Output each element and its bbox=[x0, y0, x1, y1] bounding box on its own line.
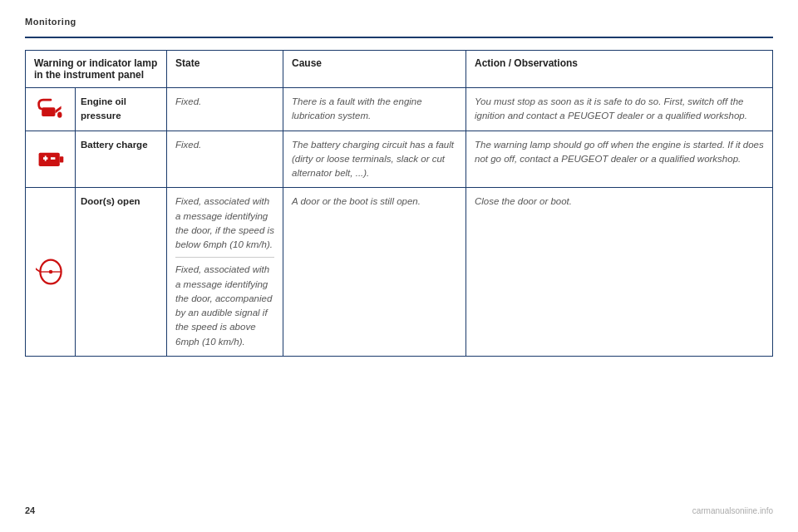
col-action-header: Action / Observations bbox=[466, 51, 773, 88]
battery-icon bbox=[31, 144, 70, 174]
battery-action: The warning lamp should go off when the … bbox=[466, 131, 773, 188]
svg-rect-6 bbox=[51, 158, 55, 160]
engine-oil-icon bbox=[31, 94, 70, 124]
table-row: Engine oil pressure Fixed. There is a fa… bbox=[26, 88, 773, 131]
door-cause: A door or the boot is still open. bbox=[283, 188, 466, 357]
svg-rect-3 bbox=[59, 157, 63, 163]
engine-oil-name: Engine oil pressure bbox=[76, 88, 167, 131]
door-state-2: Fixed, associated with a message identif… bbox=[175, 263, 274, 349]
svg-rect-2 bbox=[38, 153, 59, 166]
table-row: Battery charge Fixed. The battery chargi… bbox=[26, 131, 773, 188]
engine-oil-cause: There is a fault with the engine lubrica… bbox=[283, 88, 466, 131]
battery-icon-cell bbox=[26, 131, 76, 188]
battery-cause: The battery charging circuit has a fault… bbox=[283, 131, 466, 188]
battery-name: Battery charge bbox=[76, 131, 167, 188]
svg-point-9 bbox=[48, 270, 52, 274]
col-lamp-header: Warning or indicator lamp in the instrum… bbox=[26, 51, 167, 88]
header-divider bbox=[25, 37, 773, 38]
door-icon-cell bbox=[26, 188, 76, 357]
svg-rect-0 bbox=[42, 107, 55, 116]
door-icon bbox=[31, 257, 70, 287]
door-action: Close the door or boot. bbox=[466, 188, 773, 357]
engine-oil-state: Fixed. bbox=[167, 88, 283, 131]
door-state-1: Fixed, associated with a message identif… bbox=[175, 195, 274, 258]
engine-oil-icon-cell bbox=[26, 88, 76, 131]
svg-point-1 bbox=[57, 112, 62, 118]
section-header: Monitoring bbox=[25, 17, 773, 27]
warning-lamps-table: Warning or indicator lamp in the instrum… bbox=[25, 50, 773, 357]
door-name: Door(s) open bbox=[76, 188, 167, 357]
svg-rect-5 bbox=[44, 156, 46, 161]
engine-oil-action: You must stop as soon as it is safe to d… bbox=[466, 88, 773, 131]
table-header-row: Warning or indicator lamp in the instrum… bbox=[26, 51, 773, 88]
table-row: Door(s) open Fixed, associated with a me… bbox=[26, 188, 773, 357]
battery-state: Fixed. bbox=[167, 131, 283, 188]
col-cause-header: Cause bbox=[283, 51, 466, 88]
col-state-header: State bbox=[167, 51, 283, 88]
door-state: Fixed, associated with a message identif… bbox=[167, 188, 283, 357]
